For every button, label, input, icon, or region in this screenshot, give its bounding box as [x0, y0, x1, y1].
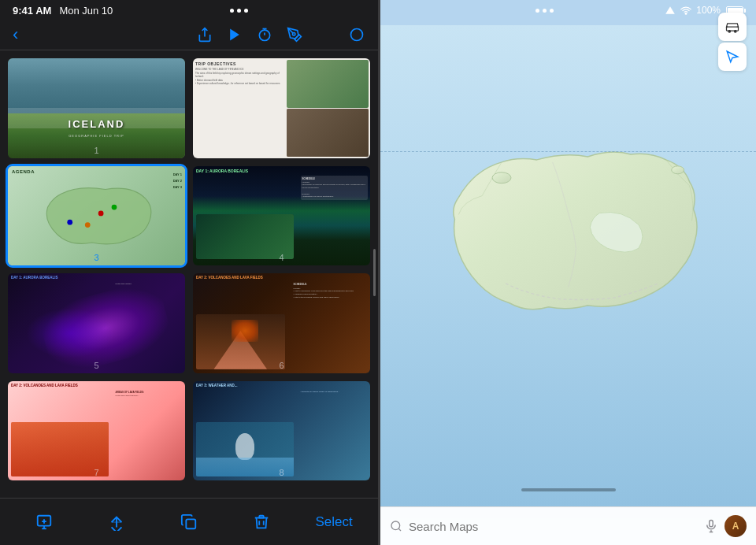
status-dot-3 — [244, 9, 248, 13]
slide-8-body: Anticipate for glacier impact of tempera… — [301, 391, 369, 394]
svg-point-26 — [672, 166, 684, 174]
slide-4-schedule-title: SCHEDULE — [302, 177, 367, 180]
svg-rect-23 — [186, 519, 195, 528]
search-icon — [390, 520, 402, 532]
slide-7[interactable]: DAY 2: VOLCANOES AND LAVA FIELDS AREAS O… — [8, 381, 185, 481]
svg-marker-1 — [230, 29, 239, 41]
slide-7-body: AREAS OF LAVA FIELDS: Notes here about g… — [116, 391, 183, 398]
slide-4-schedule-body: Morning:Information on how the aurora bo… — [302, 181, 367, 199]
slide-7-number: 7 — [94, 468, 98, 477]
slide-3-number: 3 — [94, 253, 98, 262]
slide-6[interactable]: DAY 2: VOLCANOES AND LAVA FIELDS SCHEDUL… — [193, 273, 370, 373]
slide-8[interactable]: DAY 3: WEATHER AND... Anticipate for gla… — [193, 381, 370, 481]
slide-5[interactable]: DAY 1: AURORA BOREALIS Notes text conten… — [8, 273, 185, 373]
select-button[interactable]: Select — [298, 514, 370, 530]
slide-3-day3: DAY 3 — [173, 185, 182, 189]
maps-status-bar: 100% — [380, 0, 756, 19]
slide-7-title: DAY 2: VOLCANOES AND LAVA FIELDS — [11, 384, 78, 387]
home-indicator-maps — [521, 488, 616, 491]
add-slide-button[interactable] — [8, 513, 80, 531]
keynote-toolbar: ‹ — [0, 20, 378, 50]
map-svg — [380, 0, 756, 545]
select-label: Select — [315, 514, 352, 530]
keynote-panel: 9:41 AM Mon Jun 10 ‹ — [0, 0, 378, 545]
slide-5-title: DAY 1: AURORA BOREALIS — [11, 276, 114, 280]
car-mode-button[interactable] — [718, 13, 747, 41]
status-dot-1 — [230, 9, 234, 13]
slide-2-title: TRIP OBJECTIVES — [195, 61, 281, 66]
share-icon[interactable] — [197, 27, 213, 43]
maps-dots — [536, 9, 554, 13]
slide-2-img-1 — [287, 60, 369, 108]
keynote-status-bar: 9:41 AM Mon Jun 10 — [0, 0, 378, 20]
svg-point-30 — [728, 31, 731, 33]
battery-label: 100% — [696, 5, 721, 16]
slides-container[interactable]: ICELAND GEOGRAPHIE FIELD TRIP 1 TRIP OBJ… — [0, 50, 378, 498]
microphone-icon[interactable] — [704, 519, 718, 533]
slide-5-number: 5 — [94, 361, 98, 370]
slide-5-glow2 — [26, 308, 115, 358]
slide-3-day1: DAY 1 — [173, 172, 182, 176]
svg-point-33 — [391, 521, 400, 530]
move-slide-button[interactable] — [80, 513, 153, 531]
user-avatar[interactable]: A — [724, 515, 747, 537]
maps-dot-1 — [536, 9, 539, 13]
slide-6-lava — [232, 320, 258, 342]
slide-4-number: 4 — [279, 253, 284, 262]
status-dot-2 — [237, 9, 241, 13]
slide-2[interactable]: TRIP OBJECTIVES WELCOME TO THE LAND OF F… — [193, 58, 370, 158]
delete-slide-button[interactable] — [225, 513, 298, 531]
more-icon[interactable] — [348, 27, 365, 43]
shapes-icon[interactable] — [317, 27, 334, 43]
slide-5-body: Notes text content — [116, 283, 183, 286]
svg-point-2 — [259, 30, 269, 40]
svg-line-34 — [398, 528, 401, 531]
svg-point-12 — [98, 210, 104, 216]
slide-8-title: DAY 3: WEATHER AND... — [196, 384, 238, 387]
back-button[interactable]: ‹ — [13, 24, 18, 45]
slide-6-schedule: SCHEDULE: Monday• Visit to Hekludalur La… — [294, 283, 369, 299]
bottom-toolbar: Select — [0, 498, 378, 545]
location-button[interactable] — [718, 43, 747, 71]
maps-dot-2 — [543, 9, 547, 13]
map-buttons — [718, 13, 747, 71]
slide-4[interactable]: DAY 1: AURORA BOREALIS SCHEDULE Morning:… — [193, 166, 370, 266]
svg-point-6 — [293, 33, 295, 35]
svg-point-25 — [492, 172, 511, 184]
slide-2-img-2 — [287, 109, 369, 157]
maps-panel: Arctic Circle Iceland Sea ICELAND Akurey… — [380, 0, 756, 545]
svg-point-28 — [685, 13, 687, 14]
slide-3[interactable]: AGENDA DAY 1 DAY 2 — [8, 166, 185, 266]
slide-3-day2: DAY 2 — [173, 179, 182, 183]
slide-8-figure — [235, 433, 255, 461]
slide-1[interactable]: ICELAND GEOGRAPHIE FIELD TRIP 1 — [8, 58, 185, 158]
slide-4-title: DAY 1: AURORA BOREALIS — [196, 169, 248, 173]
slide-1-subtitle: GEOGRAPHIE FIELD TRIP — [69, 134, 124, 138]
duplicate-slide-button[interactable] — [153, 513, 225, 531]
search-maps-input[interactable] — [409, 520, 698, 533]
slides-grid: ICELAND GEOGRAPHIE FIELD TRIP 1 TRIP OBJ… — [8, 58, 370, 480]
arctic-circle-line — [380, 151, 756, 152]
toolbar-left: ‹ — [13, 24, 18, 45]
svg-rect-29 — [727, 27, 739, 31]
svg-point-31 — [735, 31, 737, 33]
status-date: Mon Jun 10 — [59, 5, 113, 17]
svg-marker-32 — [727, 51, 738, 62]
slide-6-number: 6 — [279, 361, 284, 370]
svg-marker-27 — [665, 6, 675, 13]
svg-point-13 — [67, 219, 72, 224]
play-icon[interactable] — [227, 27, 243, 43]
svg-point-14 — [112, 204, 117, 209]
slide-8-number: 8 — [279, 468, 284, 477]
scroll-indicator — [373, 249, 376, 296]
slide-2-body: WELCOME TO THE LAND OF FIRE AND ICEThe a… — [195, 68, 281, 86]
slide-6-title: DAY 2: VOLCANOES AND LAVA FIELDS — [196, 276, 263, 280]
draw-icon[interactable] — [287, 27, 302, 43]
status-dots — [230, 9, 248, 13]
svg-rect-35 — [710, 521, 713, 527]
slide-1-title: ICELAND — [69, 118, 125, 130]
svg-point-15 — [85, 222, 91, 228]
timer-icon[interactable] — [257, 27, 272, 43]
maps-dot-3 — [550, 9, 554, 13]
maps-search-bar[interactable]: A — [380, 506, 756, 545]
